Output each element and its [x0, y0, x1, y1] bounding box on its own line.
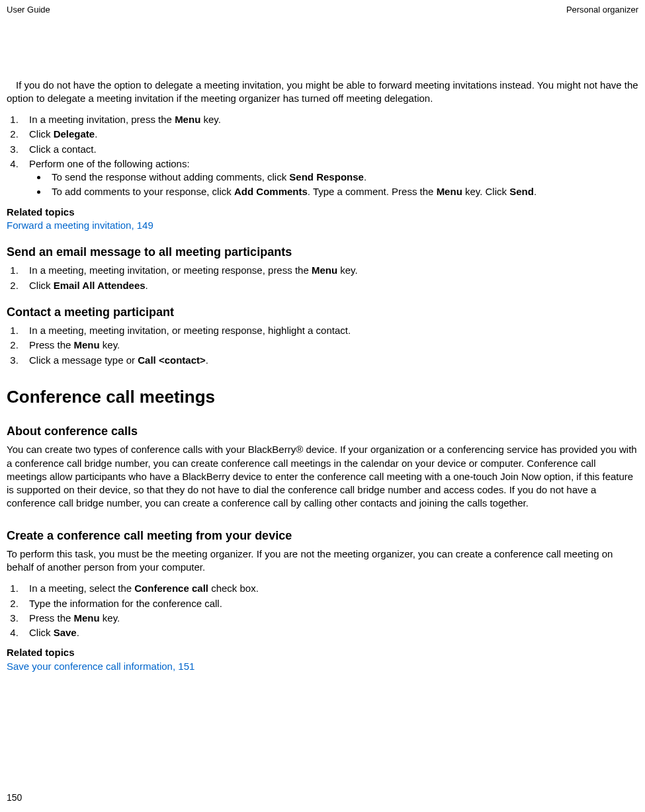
- text: key.: [100, 339, 120, 350]
- list-item: Click Save.: [21, 626, 638, 639]
- text: .: [534, 186, 537, 197]
- page-header: User Guide Personal organizer: [7, 4, 638, 16]
- bold-text: Email All Attendees: [54, 280, 146, 291]
- sub-bullets: To send the response without adding comm…: [48, 171, 638, 199]
- bold-text: Menu: [312, 264, 337, 276]
- text: Press the: [29, 612, 74, 624]
- list-item: Type the information for the conference …: [21, 597, 638, 610]
- text: Click a message type or: [29, 354, 138, 366]
- text: In a meeting, meeting invitation, or mee…: [29, 264, 312, 276]
- subsection-title-create-conference: Create a conference call meeting from yo…: [7, 528, 638, 544]
- text: Click: [29, 128, 54, 140]
- intro-paragraph: If you do not have the option to delegat…: [7, 79, 638, 106]
- create-conference-intro: To perform this task, you must be the me…: [7, 548, 638, 575]
- bold-text: Save: [54, 627, 77, 638]
- text: .: [77, 627, 79, 638]
- bold-text: Delegate: [54, 128, 95, 140]
- list-item: Click a message type or Call <contact>.: [21, 354, 638, 367]
- section-title-conference-calls: Conference call meetings: [7, 386, 638, 409]
- delegate-steps: In a meeting invitation, press the Menu …: [21, 113, 638, 199]
- text: .: [146, 280, 148, 291]
- section-title-email-participants: Send an email message to all meeting par…: [7, 244, 638, 260]
- text: key.: [100, 612, 120, 624]
- text: check box.: [208, 583, 259, 594]
- related-link-save-conference-info[interactable]: Save your conference call information, 1…: [7, 660, 638, 673]
- text: . Type a comment. Press the: [308, 186, 437, 197]
- header-right: Personal organizer: [566, 4, 638, 16]
- list-item: Perform one of the following actions: To…: [21, 157, 638, 199]
- list-item: Click a contact.: [21, 143, 638, 156]
- section-title-contact-participant: Contact a meeting participant: [7, 304, 638, 320]
- text: To send the response without adding comm…: [52, 171, 289, 183]
- related-link-forward-invitation[interactable]: Forward a meeting invitation, 149: [7, 219, 638, 232]
- text: Perform one of the following actions:: [29, 158, 190, 169]
- email-steps: In a meeting, meeting invitation, or mee…: [21, 264, 638, 292]
- list-item: In a meeting, meeting invitation, or mee…: [21, 324, 638, 337]
- page-number: 150: [7, 792, 22, 804]
- bold-text: Send: [509, 186, 534, 197]
- create-conference-steps: In a meeting, select the Conference call…: [21, 582, 638, 639]
- text: .: [206, 354, 208, 366]
- text: Press the: [29, 339, 74, 350]
- bold-text: Menu: [74, 339, 100, 350]
- text: key.: [337, 264, 358, 276]
- text: In a meeting, select the: [29, 583, 134, 594]
- text: .: [95, 128, 97, 140]
- related-topics-label: Related topics: [7, 646, 638, 659]
- list-item: Click Email All Attendees.: [21, 279, 638, 292]
- bold-text: Menu: [437, 186, 462, 197]
- bold-text: Send Response: [289, 171, 364, 183]
- text: key. Click: [462, 186, 509, 197]
- about-conference-paragraph: You can create two types of conference c…: [7, 443, 638, 510]
- bold-text: Conference call: [134, 583, 208, 594]
- text: .: [364, 171, 366, 183]
- text: Click: [29, 627, 54, 638]
- bold-text: Menu: [74, 612, 100, 624]
- related-topics-label: Related topics: [7, 206, 638, 219]
- list-item: In a meeting invitation, press the Menu …: [21, 113, 638, 126]
- bold-text: Menu: [175, 114, 200, 125]
- list-item: In a meeting, meeting invitation, or mee…: [21, 264, 638, 277]
- bold-text: Call <contact>: [138, 354, 206, 366]
- contact-steps: In a meeting, meeting invitation, or mee…: [21, 324, 638, 367]
- header-left: User Guide: [7, 4, 50, 16]
- text: key.: [200, 114, 221, 125]
- list-item: To add comments to your response, click …: [48, 185, 638, 198]
- list-item: Press the Menu key.: [21, 339, 638, 352]
- list-item: In a meeting, select the Conference call…: [21, 582, 638, 595]
- list-item: To send the response without adding comm…: [48, 171, 638, 184]
- list-item: Click Delegate.: [21, 128, 638, 141]
- subsection-title-about-conference: About conference calls: [7, 423, 638, 439]
- text: Click: [29, 280, 54, 291]
- bold-text: Add Comments: [234, 186, 308, 197]
- text: To add comments to your response, click: [52, 186, 234, 197]
- list-item: Press the Menu key.: [21, 612, 638, 625]
- text: In a meeting invitation, press the: [29, 114, 175, 125]
